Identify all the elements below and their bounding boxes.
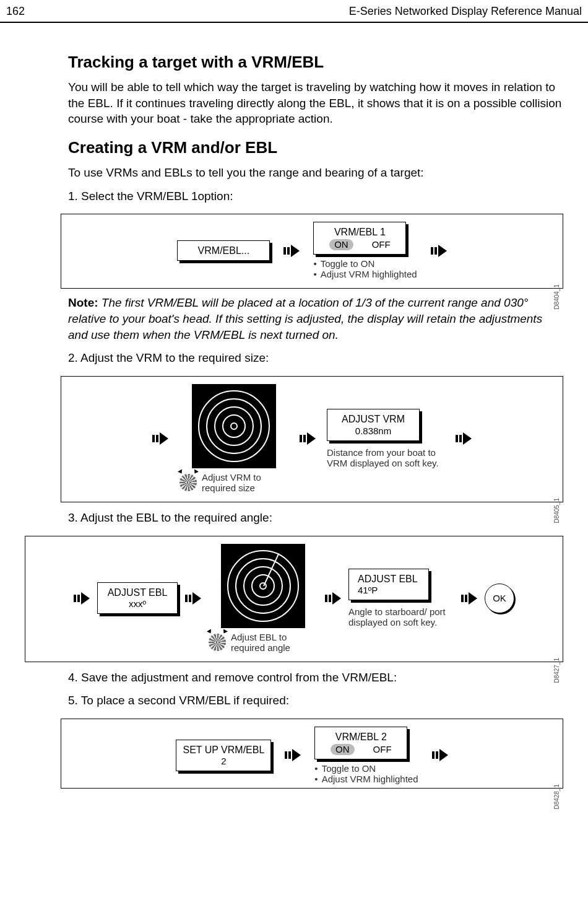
figure-code: D8404_1 (553, 284, 560, 310)
arrow-icon (325, 592, 341, 605)
heading-creating: Creating a VRM and/or EBL (68, 138, 563, 157)
arrow-icon (152, 432, 168, 445)
softkey-vrmebl-2-toggle[interactable]: VRM/EBL 2 ON OFF (314, 727, 407, 759)
figure-panel-4: SET UP VRM/EBL 2 VRM/EBL 2 ON OFF Toggle… (61, 719, 563, 789)
softkey-adjust-vrm[interactable]: ADJUST VRM 0.838nm (327, 409, 420, 440)
page-header: 162 E-Series Networked Display Reference… (0, 0, 588, 23)
rotary-knob-icon (209, 634, 226, 651)
step-5: 5. To place a second VRM/EBL if required… (68, 693, 563, 709)
arrow-icon (285, 749, 301, 761)
arrow-icon (456, 432, 472, 445)
softkey-vrmebl-1-toggle[interactable]: VRM/EBL 1 ON OFF (313, 222, 406, 255)
arrow-icon (432, 749, 448, 761)
note-block: Note: The first VRM/EBL will be placed a… (68, 295, 563, 343)
radar-display-icon (221, 544, 305, 628)
paragraph-creating-intro: To use VRMs and EBLs to tell you the ran… (68, 165, 563, 181)
figure-code: D8405_1 (553, 498, 560, 523)
softkey-adjust-ebl-initial[interactable]: ADJUST EBL xxxº (97, 582, 178, 614)
arrow-icon (461, 592, 477, 605)
figure-panel-3: ADJUST EBL xxxº (25, 536, 563, 662)
radar-display-icon (192, 384, 276, 468)
step-3: 3. Adjust the EBL to the required angle: (68, 510, 563, 526)
page-number: 162 (6, 5, 25, 18)
figure-code: D8427_1 (553, 658, 560, 683)
figure-code: D8428_1 (553, 784, 560, 810)
heading-tracking: Tracking a target with a VRM/EBL (68, 53, 563, 72)
figure-panel-1: VRM/EBL... VRM/EBL 1 ON OFF Toggle to ON… (61, 214, 563, 289)
toggle-off-option: OFF (373, 744, 392, 755)
rotary-instruction: Adjust EBL to required angle (209, 632, 318, 653)
softkey-vrmebl-menu[interactable]: VRM/EBL... (177, 240, 270, 261)
arrow-icon (74, 592, 90, 605)
arrow-icon (283, 245, 300, 257)
softkey-setup-vrmebl-2[interactable]: SET UP VRM/EBL 2 (176, 740, 271, 771)
softkey-adjust-ebl-value[interactable]: ADJUST EBL 41ºP (348, 569, 429, 600)
page-content: Tracking a target with a VRM/EBL You wil… (0, 23, 588, 789)
toggle-off-option: OFF (372, 239, 391, 250)
rotary-knob-icon (179, 474, 197, 491)
toggle-on-option: ON (331, 744, 355, 755)
toggle-on-option: ON (329, 239, 353, 250)
step-2: 2. Adjust the VRM to the required size: (68, 350, 563, 366)
figure-panel-2: Adjust VRM to required size ADJUST VRM 0… (61, 376, 563, 502)
ok-button[interactable]: OK (485, 584, 514, 613)
manual-title: E-Series Networked Display Reference Man… (349, 5, 582, 18)
panel3-caption: Angle to starboard/ port displayed on so… (348, 606, 454, 627)
step-1: 1. Select the VRM/EBL 1option: (68, 188, 563, 204)
step-4: 4. Save the adjustment and remove contro… (68, 670, 563, 686)
panel2-caption: Distance from your boat to VRM displayed… (327, 447, 444, 468)
arrow-icon (300, 432, 316, 445)
paragraph-tracking: You will be able to tell which way the t… (68, 79, 563, 127)
panel1-notes: Toggle to ON Adjust VRM highlighted (313, 258, 417, 279)
arrow-icon (185, 592, 201, 605)
arrow-icon (431, 245, 447, 257)
rotary-instruction: Adjust VRM to required size (179, 472, 288, 493)
panel4-notes: Toggle to ON Adjust VRM highlighted (314, 763, 418, 784)
